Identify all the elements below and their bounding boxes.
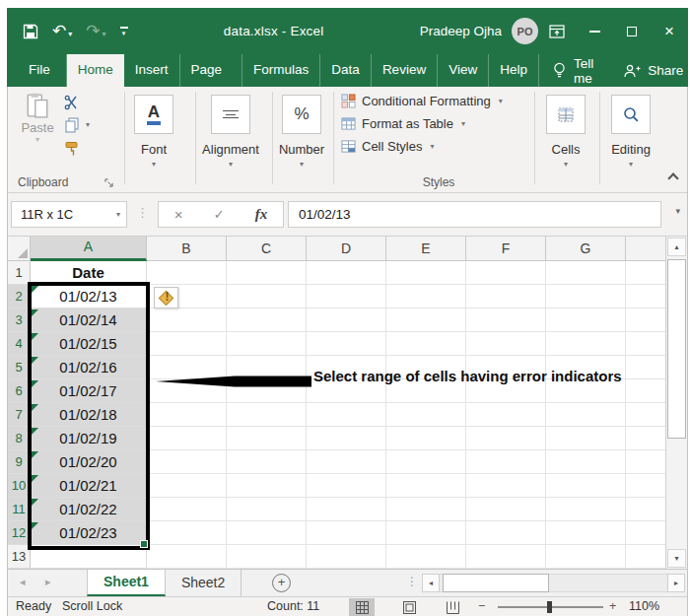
grid-cell[interactable] [546, 285, 626, 308]
grid-cell[interactable] [147, 521, 227, 545]
row-header-6[interactable]: 6 [8, 379, 31, 403]
grid-cell[interactable] [546, 308, 626, 332]
grid-cell[interactable] [386, 545, 466, 569]
grid-cell[interactable] [307, 450, 386, 474]
number-group-label[interactable]: Number [270, 142, 333, 157]
grid-cell[interactable] [626, 545, 666, 569]
grid-cell[interactable] [386, 261, 466, 285]
grid-cell[interactable] [307, 474, 386, 498]
enter-icon[interactable]: ✓ [214, 207, 225, 222]
grid-cell[interactable] [626, 308, 666, 332]
cell-A3[interactable]: 01/02/14 [31, 308, 147, 332]
grid-cell[interactable] [307, 545, 386, 569]
column-header-E[interactable]: E [386, 237, 466, 261]
cells-group-label[interactable]: Cells [534, 142, 597, 157]
grid-cell[interactable] [466, 261, 546, 285]
grid-cell[interactable] [386, 498, 466, 521]
grid-cell[interactable] [626, 285, 666, 308]
zoom-out-icon[interactable]: − [478, 599, 485, 613]
grid-cell[interactable] [307, 261, 386, 285]
undo-button[interactable]: ↶▾ [52, 23, 72, 40]
grid-cell[interactable] [227, 450, 307, 474]
grid-cell[interactable] [147, 308, 227, 332]
grid-cell[interactable] [307, 498, 386, 521]
tell-me-button[interactable]: Tell me [539, 54, 607, 87]
grid-cell[interactable] [546, 498, 626, 521]
row-header-1[interactable]: 1 [8, 261, 31, 285]
column-header-C[interactable]: C [227, 237, 307, 261]
grid-cell[interactable] [466, 521, 546, 545]
grid-cell[interactable] [626, 427, 666, 450]
grid-cell[interactable] [147, 403, 227, 427]
number-group-button[interactable]: % [282, 95, 321, 134]
grid-cell[interactable] [546, 450, 626, 474]
editing-group-label[interactable]: Editing [599, 142, 662, 157]
grid-cell[interactable] [147, 498, 227, 521]
grid-cell[interactable] [307, 427, 386, 450]
grid-cell[interactable] [227, 308, 307, 332]
cut-button[interactable] [64, 95, 80, 110]
grid-cell[interactable] [227, 474, 307, 498]
ribbon-display-options-button[interactable] [538, 17, 576, 46]
cell-A4[interactable]: 01/02/15 [31, 332, 147, 356]
alignment-group-label[interactable]: Alignment [189, 142, 272, 157]
dialog-launcher-icon[interactable] [104, 178, 113, 187]
conditional-formatting-button[interactable]: Conditional Formatting ▾ [341, 94, 503, 108]
chevron-down-icon[interactable]: ▾ [68, 30, 72, 38]
redo-button[interactable]: ↷▾ [86, 23, 105, 40]
scroll-up-icon[interactable]: ▴ [667, 238, 686, 256]
cell-styles-button[interactable]: Cell Styles ▾ [341, 139, 434, 154]
minimize-button[interactable] [576, 17, 613, 46]
row-header-9[interactable]: 9 [8, 450, 31, 474]
row-header-2[interactable]: 2 [8, 285, 31, 308]
page-break-preview-button[interactable] [440, 598, 465, 616]
tab-help[interactable]: Help [489, 54, 539, 87]
grid-cell[interactable] [386, 521, 466, 545]
grid-cell[interactable] [147, 450, 227, 474]
error-indicator-button[interactable]: ! [154, 287, 178, 308]
grid-cell[interactable] [227, 498, 307, 521]
name-box[interactable]: 11R x 1C▾ [11, 201, 127, 228]
format-as-table-button[interactable]: Format as Table ▾ [341, 116, 465, 131]
normal-view-button[interactable] [349, 598, 375, 616]
grid-cell[interactable] [147, 427, 227, 450]
zoom-in-icon[interactable]: + [609, 599, 616, 613]
grid-cell[interactable] [626, 521, 666, 545]
cell-A6[interactable]: 01/02/17 [31, 379, 147, 403]
row-header-12[interactable]: 12 [8, 521, 31, 545]
column-header-D[interactable]: D [307, 237, 386, 261]
grid-cell[interactable] [466, 285, 546, 308]
cell-A9[interactable]: 01/02/20 [31, 450, 147, 474]
grid-cell[interactable] [227, 261, 307, 285]
alignment-group-button[interactable] [211, 95, 250, 134]
row-header-4[interactable]: 4 [8, 332, 31, 356]
grid-cell[interactable] [466, 498, 546, 521]
grid-cell[interactable] [626, 498, 666, 521]
grid-cell[interactable] [147, 332, 227, 356]
grid-cell[interactable] [626, 261, 666, 285]
grid-cell[interactable] [307, 521, 386, 545]
close-button[interactable]: × [651, 17, 688, 46]
sheet-tab-sheet2[interactable]: Sheet2 [166, 570, 242, 596]
font-group-button[interactable]: A [134, 95, 173, 134]
cell-A11[interactable]: 01/02/22 [31, 498, 147, 521]
grid-cell[interactable] [466, 474, 546, 498]
row-header-7[interactable]: 7 [8, 403, 31, 427]
grid-cell[interactable] [147, 261, 227, 285]
grid-cell[interactable] [147, 545, 227, 569]
tab-review[interactable]: Review [372, 54, 438, 87]
grid-cell[interactable] [466, 427, 546, 450]
grid-cell[interactable] [386, 332, 466, 356]
grid-cell[interactable] [227, 427, 307, 450]
tab-insert[interactable]: Insert [124, 54, 180, 87]
copy-button[interactable] [64, 117, 80, 133]
customize-qat-button[interactable]: ▾ [120, 27, 128, 36]
grid-cell[interactable] [386, 403, 466, 427]
cell-A2[interactable]: 01/02/13 [31, 285, 147, 308]
horizontal-scroll-thumb[interactable] [443, 574, 549, 592]
paste-button[interactable]: Paste ▾ [16, 93, 59, 144]
row-header-10[interactable]: 10 [8, 474, 31, 498]
cell-A8[interactable]: 01/02/19 [31, 427, 147, 450]
column-header-F[interactable]: F [466, 237, 546, 261]
cells-group-button[interactable] [546, 95, 586, 134]
